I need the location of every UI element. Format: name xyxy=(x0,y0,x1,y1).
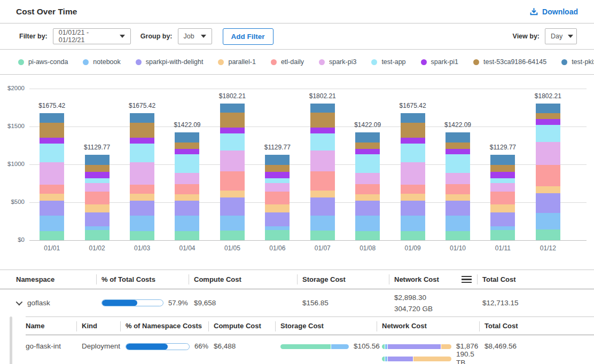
bar-segment-notebook[interactable] xyxy=(401,216,425,231)
bar-segment-parallel-1[interactable] xyxy=(310,191,335,197)
bar-segment-test-53ca9186-64145[interactable] xyxy=(85,165,110,172)
chart-bar-01/05[interactable] xyxy=(220,104,245,240)
bar-segment-parallel-1[interactable] xyxy=(355,194,380,201)
bar-segment-test-pkix[interactable] xyxy=(355,132,380,142)
bar-segment-spark-pi1[interactable] xyxy=(536,119,560,124)
bar-segment-parallel-1[interactable] xyxy=(40,194,64,201)
bar-segment-test-pkix[interactable] xyxy=(220,104,245,113)
bar-segment-etl-daily[interactable] xyxy=(175,184,199,194)
bar-segment-parallel-1[interactable] xyxy=(220,191,245,197)
bar-segment-test-53ca9186-64145[interactable] xyxy=(401,123,425,138)
bar-segment-test-pkix[interactable] xyxy=(85,155,110,165)
bar-segment-test-app[interactable] xyxy=(446,154,470,173)
bar-segment-etl-daily[interactable] xyxy=(130,185,154,194)
bar-segment-spark-pi1[interactable] xyxy=(265,172,290,178)
bar-segment-etl-daily[interactable] xyxy=(220,171,245,191)
column-menu-icon[interactable] xyxy=(462,276,472,283)
bar-segment-sparkpi-with-delight[interactable] xyxy=(536,193,560,212)
legend-item-sparkpi-with-delight[interactable]: sparkpi-with-delight xyxy=(136,58,204,66)
bar-segment-test-53ca9186-64145[interactable] xyxy=(446,143,470,149)
bar-segment-pi-aws-conda[interactable] xyxy=(355,231,380,240)
bar-segment-spark-pi1[interactable] xyxy=(175,149,199,154)
chart-bar-01/11[interactable] xyxy=(490,155,515,240)
chart-bar-01/08[interactable] xyxy=(355,132,380,240)
bar-segment-notebook[interactable] xyxy=(355,216,380,231)
bar-segment-spark-pi3[interactable] xyxy=(536,142,560,164)
bar-segment-sparkpi-with-delight[interactable] xyxy=(310,197,335,216)
legend-item-test-53ca9186-64145[interactable]: test-53ca9186-64145 xyxy=(473,58,546,66)
bar-segment-parallel-1[interactable] xyxy=(490,204,515,213)
bar-segment-sparkpi-with-delight[interactable] xyxy=(446,201,470,216)
bar-segment-test-53ca9186-64145[interactable] xyxy=(130,123,154,138)
bar-segment-parallel-1[interactable] xyxy=(401,194,425,201)
legend-item-etl-daily[interactable]: etl-daily xyxy=(271,58,304,66)
bar-segment-pi-aws-conda[interactable] xyxy=(130,231,154,240)
bar-segment-spark-pi3[interactable] xyxy=(401,162,425,185)
add-filter-button[interactable]: Add Filter xyxy=(223,28,273,45)
bar-segment-spark-pi1[interactable] xyxy=(220,128,245,133)
bar-segment-spark-pi3[interactable] xyxy=(310,151,335,171)
bar-segment-pi-aws-conda[interactable] xyxy=(536,230,560,240)
bar-segment-spark-pi3[interactable] xyxy=(446,173,470,184)
legend-item-spark-pi1[interactable]: spark-pi1 xyxy=(421,58,458,66)
bar-segment-etl-daily[interactable] xyxy=(490,192,515,204)
legend-item-notebook[interactable]: notebook xyxy=(83,58,120,66)
bar-segment-spark-pi3[interactable] xyxy=(355,173,380,184)
bar-segment-notebook[interactable] xyxy=(175,216,199,231)
legend-item-spark-pi3[interactable]: spark-pi3 xyxy=(319,58,356,66)
bar-segment-sparkpi-with-delight[interactable] xyxy=(401,201,425,216)
bar-segment-parallel-1[interactable] xyxy=(536,186,560,194)
bar-segment-sparkpi-with-delight[interactable] xyxy=(220,197,245,216)
namespace-expander[interactable]: goflask xyxy=(16,299,50,307)
bar-segment-test-app[interactable] xyxy=(130,144,154,163)
chart-bar-01/10[interactable] xyxy=(446,132,470,240)
bar-segment-etl-daily[interactable] xyxy=(355,184,380,194)
chart-bar-01/01[interactable] xyxy=(40,113,64,240)
download-button[interactable]: Download xyxy=(529,7,578,16)
bar-segment-pi-aws-conda[interactable] xyxy=(401,231,425,240)
bar-segment-pi-aws-conda[interactable] xyxy=(175,231,199,240)
bar-segment-notebook[interactable] xyxy=(310,216,335,231)
bar-segment-test-app[interactable] xyxy=(40,144,64,163)
bar-segment-parallel-1[interactable] xyxy=(175,194,199,201)
namespace-row[interactable]: goflask 57.9% $9,658 $156.85 $2,898.30 3… xyxy=(0,289,594,316)
bar-segment-test-53ca9186-64145[interactable] xyxy=(265,165,290,172)
bar-segment-pi-aws-conda[interactable] xyxy=(85,230,110,240)
bar-segment-test-53ca9186-64145[interactable] xyxy=(355,143,380,149)
bar-segment-test-pkix[interactable] xyxy=(310,104,335,113)
bar-segment-parallel-1[interactable] xyxy=(446,194,470,201)
bar-segment-notebook[interactable] xyxy=(130,216,154,231)
chart-bar-01/07[interactable] xyxy=(310,104,335,240)
bar-segment-etl-daily[interactable] xyxy=(446,184,470,194)
bar-segment-test-53ca9186-64145[interactable] xyxy=(490,165,515,172)
bar-segment-spark-pi3[interactable] xyxy=(265,183,290,192)
bar-segment-test-app[interactable] xyxy=(490,178,515,183)
bar-segment-test-app[interactable] xyxy=(85,178,110,183)
bar-segment-test-app[interactable] xyxy=(310,133,335,151)
bar-segment-test-pkix[interactable] xyxy=(265,155,290,165)
bar-segment-spark-pi3[interactable] xyxy=(85,183,110,192)
bar-segment-sparkpi-with-delight[interactable] xyxy=(85,212,110,226)
bar-segment-etl-daily[interactable] xyxy=(85,192,110,204)
bar-segment-spark-pi1[interactable] xyxy=(490,172,515,178)
bar-segment-etl-daily[interactable] xyxy=(401,185,425,194)
bar-segment-test-app[interactable] xyxy=(265,178,290,183)
chart-bar-01/09[interactable] xyxy=(401,113,425,240)
bar-segment-spark-pi1[interactable] xyxy=(85,172,110,178)
bar-segment-test-pkix[interactable] xyxy=(490,155,515,165)
bar-segment-etl-daily[interactable] xyxy=(265,192,290,204)
workload-row[interactable]: go-flask-int Deployment 66% $6,488 $105.… xyxy=(26,335,594,364)
bar-segment-spark-pi3[interactable] xyxy=(175,173,199,184)
bar-segment-sparkpi-with-delight[interactable] xyxy=(130,201,154,216)
bar-segment-test-pkix[interactable] xyxy=(401,113,425,123)
bar-segment-parallel-1[interactable] xyxy=(130,194,154,201)
bar-segment-test-pkix[interactable] xyxy=(536,104,560,113)
bar-segment-test-53ca9186-64145[interactable] xyxy=(40,123,64,138)
bar-segment-test-app[interactable] xyxy=(175,154,199,173)
bar-segment-spark-pi3[interactable] xyxy=(220,151,245,171)
bar-segment-spark-pi1[interactable] xyxy=(310,128,335,133)
bar-segment-pi-aws-conda[interactable] xyxy=(220,231,245,240)
bar-segment-spark-pi1[interactable] xyxy=(40,138,64,143)
view-by-select[interactable]: Day xyxy=(545,28,577,44)
bar-segment-test-app[interactable] xyxy=(220,133,245,151)
